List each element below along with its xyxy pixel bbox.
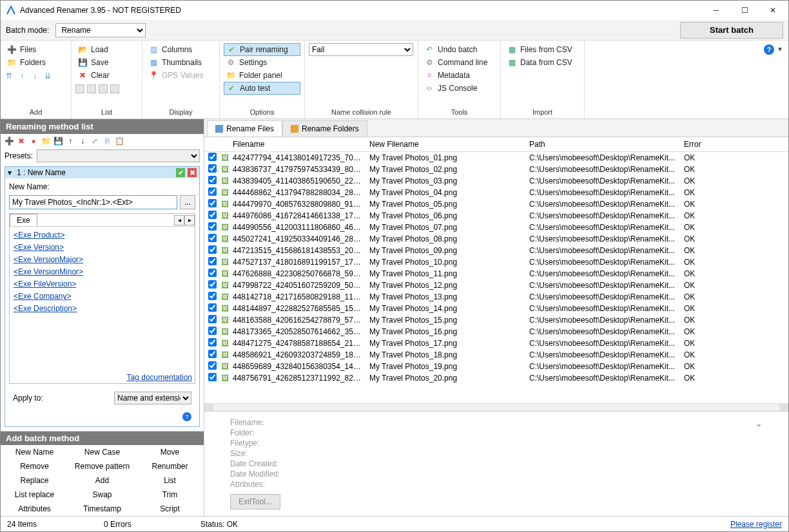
add-method-icon[interactable]: ➕ <box>5 137 14 146</box>
remove-method-icon[interactable]: ✖ <box>17 137 26 146</box>
table-row[interactable]: 🖼448471275_424788587188654_2153053...My … <box>204 337 788 349</box>
add-method-move[interactable]: Move <box>136 445 204 459</box>
table-row[interactable]: 🖼448163588_420616254278879_5797681...My … <box>204 314 788 326</box>
table-row[interactable]: 🖼448586921_426093203724859_1851601...My … <box>204 349 788 361</box>
data-csv-button[interactable]: ▦Data from CSV <box>505 56 580 69</box>
newname-input[interactable] <box>9 195 177 209</box>
gps-button[interactable]: 📍GPS Values <box>146 69 215 82</box>
down-icon[interactable]: ↓ <box>30 71 39 81</box>
tab-prev-icon[interactable]: ◂ <box>174 215 184 225</box>
close-button[interactable]: ✕ <box>759 1 787 20</box>
row-checkbox[interactable] <box>208 361 217 370</box>
apply-to-select[interactable]: Name and extension <box>114 392 191 404</box>
tag-link[interactable]: <Exe Version> <box>14 242 191 254</box>
cmdline-button[interactable]: ⚙Command line <box>422 56 496 69</box>
table-row[interactable]: 🖼444468862_413794788288034_2860360...My … <box>204 187 788 198</box>
add-method-remove-pattern[interactable]: Remove pattern <box>68 459 136 473</box>
folder-icon[interactable]: 📁 <box>41 137 50 146</box>
table-row[interactable]: 🖼444479970_408576328809880_9169047...My … <box>204 198 788 210</box>
jsconsole-button[interactable]: ‹›JS Console <box>422 82 496 95</box>
add-method-timestamp[interactable]: Timestamp <box>68 502 136 516</box>
row-checkbox[interactable] <box>208 327 217 335</box>
paste-icon[interactable]: 📋 <box>115 137 124 146</box>
table-row[interactable]: 🖼444990556_412003111806860_4633277...My … <box>204 222 788 233</box>
col-path[interactable]: Path <box>525 137 680 152</box>
row-checkbox[interactable] <box>208 303 217 312</box>
row-checkbox[interactable] <box>208 269 217 277</box>
tab-rename-files[interactable]: Rename Files <box>207 120 282 137</box>
table-row[interactable]: 🖼443839405_411403865190650_2242416...My … <box>204 175 788 187</box>
tag-link[interactable]: <Exe FileVersion> <box>14 278 191 290</box>
minimize-button[interactable]: ─ <box>702 1 730 20</box>
table-row[interactable]: 🖼448659689_432840156380354_1484698...My … <box>204 361 788 372</box>
row-checkbox[interactable] <box>208 187 217 196</box>
collision-rule-select[interactable]: Fail <box>309 43 413 56</box>
add-method-trim[interactable]: Trim <box>136 488 204 502</box>
row-checkbox[interactable] <box>208 245 217 254</box>
remove-icon[interactable]: ✖ <box>188 168 197 177</box>
row-checkbox[interactable] <box>208 292 217 300</box>
table-row[interactable]: 🖼448144897_422882527685585_1559815...My … <box>204 303 788 314</box>
row-checkbox[interactable] <box>208 211 217 219</box>
register-link[interactable]: Please register <box>730 520 782 529</box>
row-checkbox[interactable] <box>208 338 217 347</box>
table-row[interactable]: 🖼447626888_422308250766878_5962250...My … <box>204 268 788 280</box>
exiftool-button[interactable]: ExifTool... <box>230 494 280 509</box>
table-row[interactable]: 🖼443836737_417975974533439_8053835...My … <box>204 164 788 175</box>
row-checkbox[interactable] <box>208 222 217 231</box>
help-icon[interactable]: ? <box>182 412 191 421</box>
pair-renaming-toggle[interactable]: ✔Pair renaming <box>224 43 300 56</box>
tag-link[interactable]: <Exe VersionMajor> <box>14 254 191 266</box>
add-method-list-replace[interactable]: List replace <box>1 488 68 502</box>
start-batch-button[interactable]: Start batch <box>680 22 783 39</box>
table-row[interactable]: 🖼448173365_420528507614662_3509165...My … <box>204 326 788 337</box>
table-row[interactable]: 🖼447527137_418016891199157_1761292...My … <box>204 256 788 268</box>
method-panel-header[interactable]: ▾ 1 : New Name ✔ ✖ <box>5 167 199 178</box>
load-button[interactable]: 📂Load <box>75 43 138 56</box>
files-csv-button[interactable]: ▦Files from CSV <box>505 43 580 56</box>
batch-mode-select[interactable]: Rename <box>55 23 146 37</box>
add-folders-button[interactable]: 📁Folders <box>5 56 67 69</box>
down-icon[interactable]: ↓ <box>78 137 87 146</box>
tag-documentation-link[interactable]: Tag documentation <box>127 373 192 382</box>
table-row[interactable]: 🖼448756791_426285123711992_8259887...My … <box>204 372 788 384</box>
collapse-icon[interactable]: ⌄ <box>755 418 763 428</box>
opt-icon[interactable] <box>75 84 84 93</box>
help-icon[interactable]: ? <box>764 44 774 55</box>
opt-icon[interactable] <box>110 84 119 93</box>
opt-icon[interactable] <box>99 84 108 93</box>
tag-tab-exe[interactable]: Exe <box>10 214 37 226</box>
row-checkbox[interactable] <box>208 315 217 323</box>
up-icon[interactable]: ↑ <box>17 71 26 81</box>
save-button[interactable]: 💾Save <box>75 56 138 69</box>
metadata-button[interactable]: ≡Metadata <box>422 69 496 82</box>
add-method-attributes[interactable]: Attributes <box>1 502 68 516</box>
expand-icon[interactable]: ⤢ <box>90 137 99 146</box>
row-checkbox[interactable] <box>208 199 217 207</box>
table-row[interactable]: 🖼445027241_419250334409146_2812210...My … <box>204 233 788 245</box>
columns-button[interactable]: ▥Columns <box>146 43 215 56</box>
maximize-button[interactable]: ☐ <box>730 1 759 20</box>
add-method-renumber[interactable]: Renumber <box>136 459 204 473</box>
table-row[interactable]: 🖼442477794_414138014917235_7049308...My … <box>204 152 788 164</box>
thumbnails-button[interactable]: ▦Thumbnails <box>146 56 215 69</box>
add-method-replace[interactable]: Replace <box>1 473 68 488</box>
tab-next-icon[interactable]: ▸ <box>184 215 195 225</box>
file-table-wrapper[interactable]: Filename New Filename Path Error 🖼442477… <box>204 137 788 403</box>
apply-icon[interactable]: ✔ <box>176 168 185 177</box>
row-checkbox[interactable] <box>208 350 217 358</box>
save-icon[interactable]: 💾 <box>54 137 63 146</box>
folder-panel-button[interactable]: 📁Folder panel <box>224 69 300 82</box>
table-row[interactable]: 🖼447213515_415686181438553_2071835...My … <box>204 245 788 256</box>
add-method-list[interactable]: List <box>136 473 204 488</box>
add-files-button[interactable]: ➕Files <box>5 43 67 56</box>
add-method-script[interactable]: Script <box>136 502 204 516</box>
add-method-remove[interactable]: Remove <box>1 459 68 473</box>
tag-link[interactable]: <Exe Product> <box>14 229 191 242</box>
row-checkbox[interactable] <box>208 164 217 173</box>
presets-select[interactable] <box>37 149 200 162</box>
horizontal-scrollbar[interactable] <box>204 403 788 411</box>
record-icon[interactable]: ● <box>29 137 38 146</box>
row-checkbox[interactable] <box>208 176 217 184</box>
tag-link[interactable]: <Exe Description> <box>14 303 191 315</box>
